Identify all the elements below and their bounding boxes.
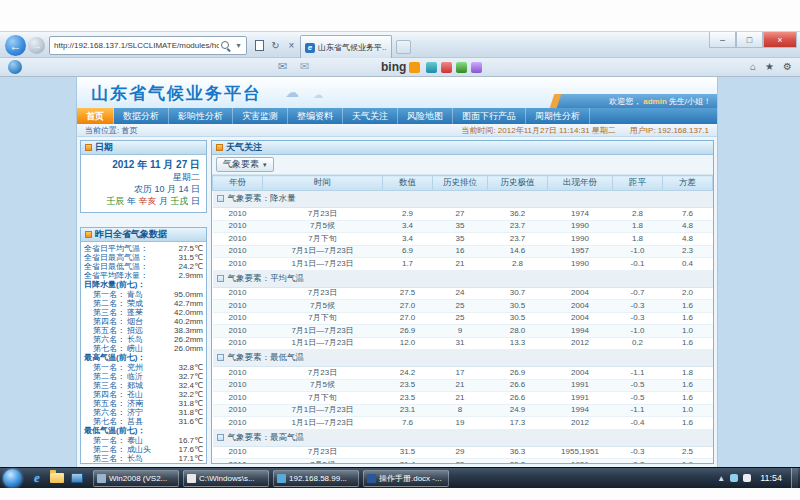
table-cell: 7月23日 xyxy=(263,446,383,459)
collapse-icon[interactable] xyxy=(217,354,224,361)
filter-button-label: 气象要素 xyxy=(223,158,259,171)
browser-tab[interactable]: e 山东省气候业务平... xyxy=(300,35,392,59)
network-tray-icon[interactable] xyxy=(730,474,738,482)
taskbar-button-label: 操作手册.docx -... xyxy=(379,473,442,484)
ie-logo-icon: e xyxy=(34,470,40,486)
volume-tray-icon[interactable] xyxy=(743,474,751,482)
table-cell: 7月5候 xyxy=(263,459,383,464)
nav-item-4[interactable]: 灾害监测 xyxy=(233,108,288,124)
main-nav: 首页数据分析影响性分析灾害监测整编资料天气关注风险地图图面下行产品周期性分析 xyxy=(77,108,717,124)
nav-item-2[interactable]: 数据分析 xyxy=(114,108,169,124)
mail-icon[interactable]: ✉ xyxy=(278,60,287,73)
table-row: 20107月下旬3.43523.719901.84.8 xyxy=(213,233,713,246)
stop-button[interactable]: × xyxy=(284,37,299,54)
refresh-button[interactable]: ↻ xyxy=(268,37,283,54)
address-bar[interactable]: http://192.168.137.1/SLCCLIMATE/modules/… xyxy=(49,36,247,55)
rank-value: 31.8℃ xyxy=(178,399,203,408)
bing-app-icon[interactable] xyxy=(409,62,420,73)
collapse-icon[interactable] xyxy=(217,275,224,282)
nav-item-1[interactable]: 首页 xyxy=(77,108,114,124)
welcome-wedge xyxy=(550,94,562,108)
table-cell: 26.9 xyxy=(488,367,548,380)
toolbar-app-icon-2[interactable] xyxy=(441,62,452,73)
home-icon[interactable]: ⌂ xyxy=(750,61,756,72)
cloud-icon-2: ☁ xyxy=(313,89,323,100)
show-desktop-button[interactable] xyxy=(791,468,798,489)
table-cell: 4.8 xyxy=(663,220,713,233)
table-cell: 7月5候 xyxy=(263,300,383,313)
table-cell: 2004 xyxy=(548,312,613,325)
browser-back-button[interactable]: ← xyxy=(5,35,26,56)
ie-taskbar-icon[interactable]: e xyxy=(29,470,45,487)
rank-label: 第七名： xyxy=(93,417,125,426)
panel-header-icon xyxy=(216,144,223,151)
nav-item-5[interactable]: 整编资料 xyxy=(288,108,343,124)
table-cell: 13.3 xyxy=(488,337,548,350)
rank-label: 第三名： xyxy=(93,308,125,317)
weather-panel: 昨日全省气象数据 全省日平均气温：27.5℃全省日最高气温：31.5℃全省日最低… xyxy=(80,227,207,464)
table-cell: 2.5 xyxy=(663,446,713,459)
toolbar-logo-icon[interactable] xyxy=(8,60,22,74)
station-name: 成山头 xyxy=(127,445,151,454)
table-cell: 9 xyxy=(433,325,488,338)
tools-icon[interactable]: ⚙ xyxy=(783,61,792,72)
collapse-icon[interactable] xyxy=(217,195,224,202)
nav-item-7[interactable]: 风险地图 xyxy=(398,108,453,124)
collapse-icon[interactable] xyxy=(217,434,224,441)
site-header: 山东省气候业务平台 ☁ ☁ 欢迎您， admin 先生/小姐！ xyxy=(77,77,717,108)
minimize-button[interactable]: – xyxy=(709,32,736,48)
browser-forward-button[interactable]: → xyxy=(28,37,45,54)
toolbar-app-icon-1[interactable] xyxy=(426,62,437,73)
forward-arrow-icon: → xyxy=(32,40,42,51)
compatibility-view-button[interactable] xyxy=(252,37,267,54)
favorites-icon[interactable]: ★ xyxy=(765,61,774,72)
maximize-button[interactable]: □ xyxy=(736,32,763,48)
nav-item-3[interactable]: 影响性分析 xyxy=(169,108,233,124)
nav-item-9[interactable]: 周期性分析 xyxy=(526,108,590,124)
nav-item-8[interactable]: 图面下行产品 xyxy=(453,108,526,124)
station-name: 泰山 xyxy=(127,436,143,445)
page-icon xyxy=(255,40,264,51)
taskbar-button-3[interactable]: 192.168.58.99... xyxy=(273,470,359,487)
group-cell[interactable]: 气象要素：最低气温 xyxy=(213,350,713,367)
toolbar-app-icon-4[interactable] xyxy=(471,62,482,73)
weather-focus-header: 天气关注 xyxy=(212,141,713,155)
table-cell: 1.0 xyxy=(663,404,713,417)
bing-logo[interactable]: bing xyxy=(381,60,406,74)
address-dropdown-icon[interactable]: ▾ xyxy=(233,41,244,50)
rank-value: 31.8℃ xyxy=(178,408,203,417)
ganzhi-token: 日 xyxy=(191,196,200,206)
group-cell[interactable]: 气象要素：平均气温 xyxy=(213,270,713,287)
table-cell: 23.1 xyxy=(383,404,433,417)
mail2-icon[interactable]: ✉ xyxy=(300,60,309,73)
new-tab-button[interactable] xyxy=(396,40,411,54)
search-icon[interactable] xyxy=(221,41,231,51)
group-cell[interactable]: 气象要素：最高气温 xyxy=(213,429,713,446)
start-button[interactable] xyxy=(3,469,22,488)
explorer-taskbar-icon[interactable] xyxy=(49,470,65,487)
weather-summary-row: 全省日最低气温：24.2℃ xyxy=(84,262,203,271)
rank-label: 第三名： xyxy=(93,454,125,463)
tray-expand-icon[interactable]: ▲ xyxy=(717,474,725,483)
taskbar-clock[interactable]: 11:54 xyxy=(756,473,786,483)
table-cell: 2.3 xyxy=(663,245,713,258)
welcome-bar: 欢迎您， admin 先生/小姐！ xyxy=(555,94,717,108)
table-cell: 23.7 xyxy=(488,233,548,246)
toolbar-app-icon-3[interactable] xyxy=(456,62,467,73)
ganzhi-token: 月 xyxy=(159,196,171,206)
minimize-icon: – xyxy=(720,35,725,45)
group-cell[interactable]: 气象要素：降水量 xyxy=(213,191,713,208)
table-cell: 2010 xyxy=(213,287,263,300)
weather-rank-row: 第三名：长岛17.1℃ xyxy=(84,454,203,463)
taskbar-button-1[interactable]: Win2008 (VS2... xyxy=(93,470,179,487)
rank-label: 第四名： xyxy=(93,390,125,399)
table-group-row: 气象要素：降水量 xyxy=(213,191,713,208)
weather-rank-left: 第三名：长岛 xyxy=(93,454,143,463)
taskbar-button-2[interactable]: C:\Windows\s... xyxy=(183,470,269,487)
app-taskbar-icon[interactable] xyxy=(69,470,85,487)
element-filter-button[interactable]: 气象要素 ▾ xyxy=(216,157,274,172)
close-button[interactable]: × xyxy=(763,32,797,48)
nav-item-6[interactable]: 天气关注 xyxy=(343,108,398,124)
table-cell: 7月23日 xyxy=(263,367,383,380)
taskbar-button-4[interactable]: 操作手册.docx -... xyxy=(363,470,449,487)
